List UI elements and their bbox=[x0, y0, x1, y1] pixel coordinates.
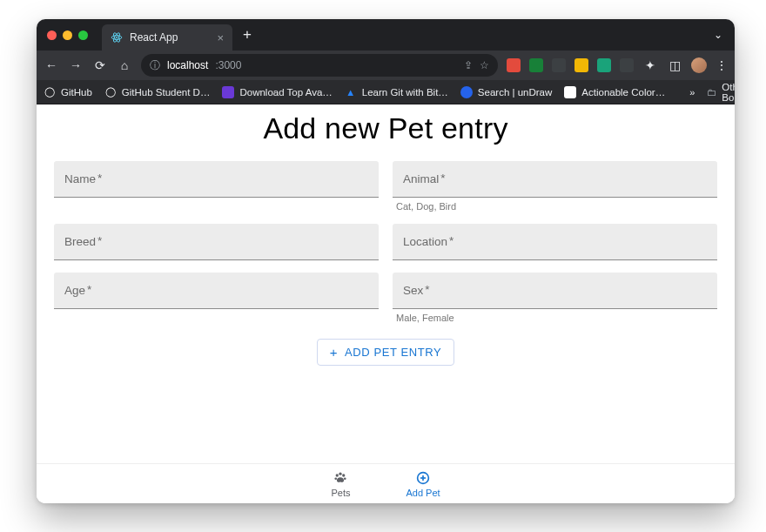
tabs-dropdown-icon[interactable]: ⌄ bbox=[714, 29, 722, 41]
share-icon[interactable]: ⇪ bbox=[464, 59, 473, 71]
extensions-puzzle-icon[interactable]: ✦ bbox=[642, 58, 658, 72]
bookmark-label: Download Top Ava… bbox=[239, 87, 332, 98]
extension-icon[interactable] bbox=[529, 58, 543, 72]
location-label: Location* bbox=[403, 235, 454, 248]
nav-reload-button[interactable]: ⟳ bbox=[92, 58, 108, 72]
svg-point-4 bbox=[336, 474, 339, 476]
svg-point-7 bbox=[335, 477, 338, 480]
name-label: Name* bbox=[64, 172, 102, 185]
url-port: :3000 bbox=[215, 59, 241, 71]
extensions-row: ✦ ◫ ⋮ bbox=[507, 57, 728, 73]
react-favicon-icon bbox=[111, 31, 123, 44]
bookmark-label: Actionable Color… bbox=[581, 87, 665, 98]
omnibox[interactable]: ⓘ localhost:3000 ⇪ ☆ bbox=[141, 54, 498, 77]
side-panel-icon[interactable]: ◫ bbox=[667, 58, 682, 72]
bookmark-item[interactable]: ◯GitHub bbox=[44, 86, 92, 98]
pet-form: Name* Animal* Cat, Dog, Bird Breed* Loca… bbox=[37, 145, 735, 330]
nav-forward-button[interactable]: → bbox=[68, 58, 84, 72]
titlebar: React App × + ⌄ bbox=[37, 19, 735, 51]
location-field[interactable]: Location* bbox=[393, 224, 717, 260]
paw-icon bbox=[333, 470, 348, 486]
bookmark-label: Learn Git with Bit… bbox=[362, 87, 448, 98]
nav-item-pets[interactable]: Pets bbox=[331, 470, 350, 498]
extension-icon[interactable] bbox=[620, 58, 634, 72]
bookmarks-overflow-icon[interactable]: » bbox=[689, 87, 695, 98]
other-bookmarks-label: Other Bookmarks bbox=[722, 82, 735, 103]
age-label: Age* bbox=[64, 284, 91, 297]
age-field[interactable]: Age* bbox=[54, 273, 379, 309]
bookmark-item[interactable]: Search | unDraw bbox=[460, 86, 552, 98]
breed-field-wrapper: Breed* bbox=[54, 224, 379, 260]
sex-label: Sex* bbox=[403, 284, 430, 297]
minimize-window-button[interactable] bbox=[63, 30, 72, 40]
bookmark-item[interactable]: Actionable Color… bbox=[564, 86, 665, 98]
animal-helper-text: Cat, Dog, Bird bbox=[393, 201, 717, 212]
animal-label: Animal* bbox=[403, 172, 446, 185]
other-bookmarks-folder[interactable]: 🗀 Other Bookmarks bbox=[707, 82, 735, 103]
tab-close-icon[interactable]: × bbox=[217, 32, 224, 44]
nav-item-add-pet[interactable]: Add Pet bbox=[406, 470, 440, 498]
svg-point-8 bbox=[344, 477, 346, 480]
age-field-wrapper: Age* bbox=[54, 273, 379, 323]
add-pet-entry-button[interactable]: + ADD PET ENTRY bbox=[317, 339, 455, 366]
extension-icon[interactable] bbox=[597, 58, 611, 72]
breed-label: Breed* bbox=[64, 235, 102, 248]
tab-title: React App bbox=[130, 31, 210, 44]
nav-home-button[interactable]: ⌂ bbox=[117, 58, 132, 72]
github-icon: ◯ bbox=[104, 86, 117, 98]
animal-field[interactable]: Animal* bbox=[393, 161, 717, 198]
color-icon bbox=[564, 86, 576, 98]
maximize-window-button[interactable] bbox=[78, 30, 88, 40]
profile-avatar[interactable] bbox=[691, 57, 707, 73]
name-field[interactable]: Name* bbox=[54, 161, 379, 198]
plus-icon: + bbox=[330, 346, 338, 359]
sex-field-wrapper: Sex* Male, Female bbox=[393, 273, 717, 323]
submit-label: ADD PET ENTRY bbox=[345, 346, 441, 359]
name-field-wrapper: Name* bbox=[54, 161, 379, 212]
url-host: localhost bbox=[167, 59, 208, 71]
window-controls bbox=[47, 30, 88, 40]
sex-helper-text: Male, Female bbox=[393, 313, 717, 323]
nav-pets-label: Pets bbox=[331, 488, 350, 498]
add-circle-icon bbox=[415, 470, 431, 486]
browser-window: React App × + ⌄ ← → ⟳ ⌂ ⓘ localhost:3000… bbox=[37, 19, 735, 503]
download-icon bbox=[222, 86, 234, 98]
bookmark-star-icon[interactable]: ☆ bbox=[480, 59, 489, 71]
address-bar: ← → ⟳ ⌂ ⓘ localhost:3000 ⇪ ☆ ✦ ◫ ⋮ bbox=[37, 51, 735, 80]
bookmark-item[interactable]: Download Top Ava… bbox=[222, 86, 332, 98]
page-title: Add new Pet entry bbox=[37, 111, 735, 145]
svg-point-5 bbox=[339, 472, 342, 475]
animal-field-wrapper: Animal* Cat, Dog, Bird bbox=[393, 161, 717, 212]
bookmark-label: GitHub Student D… bbox=[122, 87, 211, 98]
bottom-nav: Pets Add Pet bbox=[37, 463, 735, 503]
browser-menu-icon[interactable]: ⋮ bbox=[716, 58, 728, 72]
extension-icon[interactable] bbox=[507, 58, 521, 72]
bookmark-item[interactable]: ◯GitHub Student D… bbox=[104, 86, 211, 98]
nav-add-pet-label: Add Pet bbox=[406, 488, 440, 498]
folder-icon: 🗀 bbox=[707, 87, 717, 98]
site-info-icon[interactable]: ⓘ bbox=[150, 58, 160, 73]
bookmark-label: GitHub bbox=[61, 87, 92, 98]
new-tab-button[interactable]: + bbox=[243, 26, 252, 44]
page-viewport: Add new Pet entry Name* Animal* Cat, Dog… bbox=[37, 104, 735, 503]
browser-tab[interactable]: React App × bbox=[102, 24, 232, 51]
location-field-wrapper: Location* bbox=[393, 224, 717, 260]
bookmarks-bar: ◯GitHub ◯GitHub Student D… Download Top … bbox=[37, 80, 735, 104]
extension-icon[interactable] bbox=[574, 58, 588, 72]
undraw-icon bbox=[460, 86, 473, 98]
bookmark-label: Search | unDraw bbox=[478, 87, 552, 98]
bookmark-item[interactable]: ▲Learn Git with Bit… bbox=[345, 86, 448, 98]
extension-icon[interactable] bbox=[552, 58, 566, 72]
svg-point-6 bbox=[343, 474, 346, 476]
nav-back-button[interactable]: ← bbox=[44, 58, 59, 72]
breed-field[interactable]: Breed* bbox=[54, 224, 379, 260]
atlassian-icon: ▲ bbox=[345, 86, 357, 98]
close-window-button[interactable] bbox=[47, 30, 57, 40]
github-icon: ◯ bbox=[44, 86, 56, 98]
svg-point-3 bbox=[116, 37, 118, 38]
sex-field[interactable]: Sex* bbox=[393, 273, 717, 309]
